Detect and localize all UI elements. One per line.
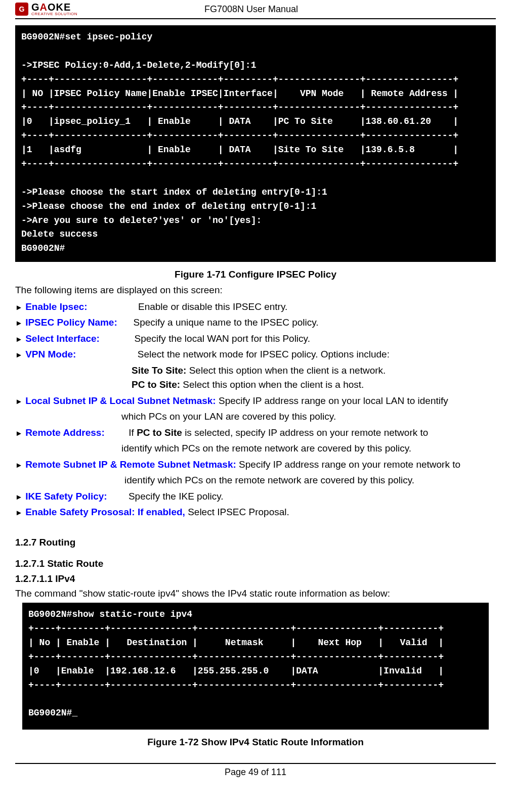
bullet-arrow-icon: ►	[15, 319, 23, 327]
item-remote-address-cont: identify which PCs on the remote network…	[121, 441, 496, 456]
item-vpn-mode: ► VPN Mode: Select the network mode for …	[15, 347, 496, 362]
logo-brand: GAOKE	[31, 2, 77, 12]
item-label: IPSEC Policy Name:	[25, 317, 117, 328]
heading-static-route: 1.2.7.1 Static Route	[15, 558, 496, 569]
item-select-interface: ► Select Interface: Specify the local WA…	[15, 332, 496, 346]
item-label: Remote Subnet IP & Remote Subnet Netmask…	[25, 459, 236, 470]
bullet-arrow-icon: ►	[15, 492, 23, 501]
item-desc: Enable or disable this IPSEC entry.	[138, 301, 287, 312]
item-label: Enable Safety Prososal: If enabled,	[25, 507, 185, 517]
item-label: Enable Ipsec:	[25, 301, 88, 312]
item-ike-policy: ► IKE Safety Policy: Specify the IKE pol…	[15, 489, 496, 504]
item-enable-ipsec: ► Enable Ipsec: Enable or disable this I…	[15, 300, 496, 314]
logo-icon: G	[15, 3, 28, 16]
footer-rule	[15, 763, 496, 764]
heading-ipv4: 1.2.7.1.1 IPv4	[15, 573, 496, 584]
item-desc: Specify the local WAN port for this Poli…	[135, 333, 310, 344]
figure-1-71-caption: Figure 1-71 Configure IPSEC Policy	[15, 269, 496, 280]
option-bold: PC to Site:	[132, 379, 180, 390]
item-desc-a: Specify IP address range on your local L…	[216, 395, 448, 406]
item-desc: Specify a unique name to the IPSEC polic…	[133, 317, 318, 328]
bullet-arrow-icon: ►	[15, 396, 23, 405]
item-label: Local Subnet IP & Local Subnet Netmask:	[25, 395, 216, 406]
item-safety-proposal: ► Enable Safety Prososal: If enabled, Se…	[15, 505, 496, 520]
page-header: G GAOKE CREATIVE SOLUTION FG7008N User M…	[15, 0, 496, 17]
brand-logo: G GAOKE CREATIVE SOLUTION	[15, 2, 77, 16]
item-desc: Specify the IKE policy.	[129, 491, 224, 502]
header-rule	[15, 18, 496, 19]
item-label: Remote Address:	[25, 427, 105, 438]
item-label: VPN Mode:	[25, 349, 76, 359]
bullet-arrow-icon: ►	[15, 334, 23, 343]
bullet-arrow-icon: ►	[15, 428, 23, 437]
terminal-static-route: BG9002N#show static-route ipv4 +----+---…	[22, 603, 489, 730]
option-bold: Site To Site:	[132, 365, 186, 376]
item-local-subnet-cont: which PCs on your LAN are covered by thi…	[121, 410, 496, 424]
option-desc: Select this option when the client is a …	[180, 379, 364, 390]
item-label: Select Interface:	[25, 333, 100, 344]
item-desc-a: Specify IP address range on your remote …	[236, 459, 460, 470]
page-footer: Page 49 of 111	[15, 767, 496, 778]
terminal-ipsec-policy: BG9002N#set ipsec-policy ->IPSEC Policy:…	[15, 25, 496, 262]
vpn-mode-option-site: Site To Site: Select this option when th…	[132, 364, 496, 378]
item-desc: Select the network mode for IPSEC policy…	[138, 349, 390, 359]
item-desc: Select IPSEC Proposal.	[185, 507, 289, 517]
bullet-arrow-icon: ►	[15, 302, 23, 311]
option-desc: Select this option when the client is a …	[186, 365, 386, 376]
intro-text-1: The following items are displayed on thi…	[15, 283, 496, 298]
vpn-mode-option-pc: PC to Site: Select this option when the …	[132, 378, 496, 392]
intro-text-2: The command "show static-route ipv4" sho…	[15, 587, 496, 601]
brand-part-1: G	[31, 2, 40, 13]
figure-1-72-caption: Figure 1-72 Show IPv4 Static Route Infor…	[15, 737, 496, 748]
item-desc-prefix: If	[129, 427, 137, 438]
heading-routing: 1.2.7 Routing	[15, 537, 496, 548]
doc-title: FG7008N User Manual	[204, 4, 298, 15]
brand-part-red: A	[40, 2, 48, 13]
item-label: IKE Safety Policy:	[25, 491, 107, 502]
brand-part-2: OKE	[48, 2, 71, 13]
item-remote-subnet: ► Remote Subnet IP & Remote Subnet Netma…	[15, 458, 496, 472]
item-desc-bold: PC to Site	[137, 427, 182, 438]
brand-tagline: CREATIVE SOLUTION	[31, 12, 77, 16]
item-local-subnet: ► Local Subnet IP & Local Subnet Netmask…	[15, 394, 496, 409]
item-remote-address: ► Remote Address: If PC to Site is selec…	[15, 426, 496, 440]
item-remote-subnet-cont: identify which PCs on the remote network…	[124, 473, 496, 488]
bullet-arrow-icon: ►	[15, 350, 23, 359]
item-policy-name: ► IPSEC Policy Name: Specify a unique na…	[15, 315, 496, 330]
bullet-arrow-icon: ►	[15, 508, 23, 517]
item-desc-suffix: is selected, specify IP address on your …	[182, 427, 429, 438]
bullet-arrow-icon: ►	[15, 460, 23, 469]
